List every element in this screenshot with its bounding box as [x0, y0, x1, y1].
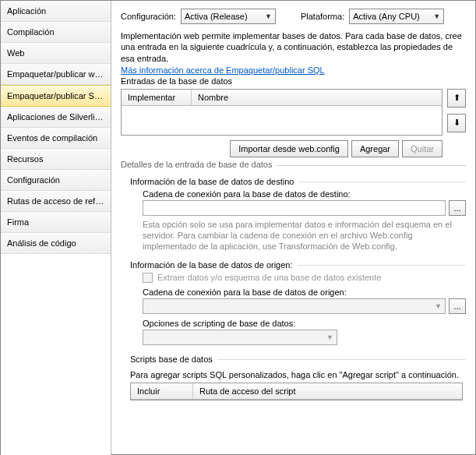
sidebar-item-configuracion[interactable]: Configuración	[1, 170, 111, 191]
col-include: Incluir	[131, 383, 193, 399]
src-conn-combo[interactable]: ▼	[143, 298, 446, 314]
sidebar-item-compilacion[interactable]: Compilación	[1, 22, 111, 43]
chevron-down-icon: ▼	[433, 12, 440, 20]
src-conn-browse-button[interactable]: ...	[449, 298, 466, 314]
scripts-hint: Para agregar scripts SQL personalizados,…	[130, 370, 466, 379]
arrow-down-icon: ⬇	[453, 118, 460, 128]
chevron-down-icon: ▼	[435, 302, 442, 310]
script-opts-combo[interactable]: ▼	[143, 330, 337, 345]
details-fieldset: Detalles de la entrada de base de datos …	[121, 165, 466, 400]
scripts-grid[interactable]: Incluir Ruta de acceso del script	[130, 383, 463, 400]
platform-dropdown[interactable]: Activa (Any CPU) ▼	[349, 9, 444, 24]
move-up-button[interactable]: ⬆	[447, 89, 466, 108]
arrow-up-icon: ⬆	[453, 93, 460, 103]
dest-conn-browse-button[interactable]: ...	[449, 200, 466, 216]
col-path: Ruta de acceso del script	[193, 383, 462, 399]
col-name: Nombre	[192, 90, 442, 105]
sidebar-item-empaquetar-web[interactable]: Empaquetar/publicar web*	[1, 64, 111, 85]
more-info-link[interactable]: Más información acerca de Empaquetar/pub…	[121, 65, 325, 75]
config-dropdown[interactable]: Activa (Release) ▼	[181, 9, 276, 24]
dest-conn-input[interactable]	[143, 200, 446, 216]
sidebar-blank	[1, 254, 111, 455]
add-button[interactable]: Agregar	[351, 140, 399, 157]
sidebar-item-firma[interactable]: Firma	[1, 212, 111, 233]
sidebar-item-aplicacion[interactable]: Aplicación	[1, 1, 111, 22]
chevron-down-icon: ▼	[326, 333, 333, 341]
col-implement: Implementar	[122, 90, 192, 105]
grid-header: Implementar Nombre	[122, 90, 442, 106]
platform-label: Plataforma:	[301, 12, 344, 21]
src-info-heading: Información de la base de datos de orige…	[130, 260, 298, 270]
dest-info-heading: Información de la base de datos de desti…	[130, 177, 298, 186]
sidebar-item-analisis[interactable]: Análisis de código	[1, 233, 111, 254]
import-webconfig-button[interactable]: Importar desde web.config	[230, 140, 348, 157]
script-opts-label: Opciones de scripting de base de datos:	[143, 319, 466, 328]
sidebar-item-recursos[interactable]: Recursos	[1, 149, 111, 170]
sidebar: Aplicación Compilación Web Empaquetar/pu…	[1, 1, 111, 454]
sidebar-item-rutas[interactable]: Rutas de acceso de refe...	[1, 191, 111, 212]
scripts-legend: Scripts base de datos	[130, 354, 217, 364]
sidebar-item-empaquetar-sql[interactable]: Empaquetar/publicar SQL	[1, 85, 111, 107]
extract-checkbox[interactable]	[143, 273, 153, 283]
main-panel: Configuración: Activa (Release) ▼ Plataf…	[111, 1, 475, 454]
move-down-button[interactable]: ⬇	[447, 114, 466, 132]
config-label: Configuración:	[121, 12, 176, 21]
database-entries-grid[interactable]: Implementar Nombre	[121, 89, 443, 136]
src-conn-label: Cadena de conexión para la base de datos…	[143, 287, 466, 297]
platform-value: Activa (Any CPU)	[353, 12, 420, 21]
dest-conn-hint: Esta opción solo se usa para implementar…	[143, 219, 466, 252]
sidebar-item-web[interactable]: Web	[1, 43, 111, 64]
sidebar-item-silverlight[interactable]: Aplicaciones de Silverlight	[1, 107, 111, 128]
chevron-down-icon: ▼	[265, 12, 272, 20]
description-text: Implementación web permite implementar b…	[121, 30, 466, 64]
sidebar-item-eventos[interactable]: Eventos de compilación	[1, 128, 111, 149]
details-legend: Detalles de la entrada de base de datos	[121, 160, 277, 169]
remove-button[interactable]: Quitar	[402, 140, 443, 157]
config-value: Activa (Release)	[185, 12, 248, 21]
entries-label: Entradas de la base de datos	[121, 76, 466, 86]
dest-conn-label: Cadena de conexión para la base de datos…	[143, 189, 466, 199]
extract-label: Extraer datos y/o esquema de una base de…	[157, 273, 381, 282]
